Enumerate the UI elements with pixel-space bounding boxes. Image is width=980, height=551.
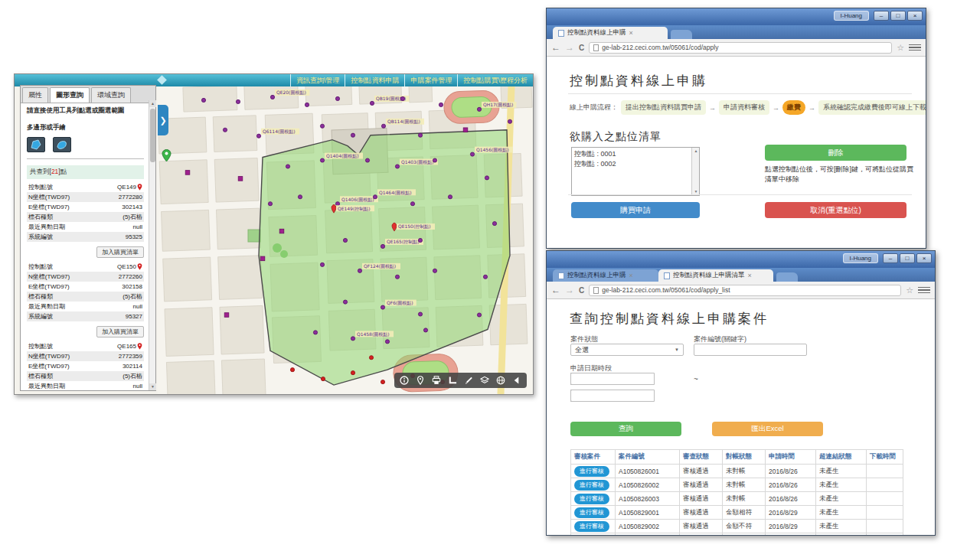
forward-button[interactable]: → [565,285,574,295]
tab-apply[interactable]: 控制點資料線上申購 × [553,269,658,282]
control-point-marker[interactable] [400,96,404,100]
reload-button[interactable]: C [579,44,584,52]
polygon-select-button[interactable] [27,137,45,152]
omnibox[interactable]: ge-lab-212.ceci.com.tw/05061/cod/apply [589,42,892,54]
control-point-marker[interactable] [236,99,240,103]
control-point-marker[interactable] [477,107,481,111]
control-point-marker[interactable] [343,300,347,304]
control-point-marker[interactable] [433,158,436,162]
location-pin-icon[interactable] [162,149,172,165]
close-button[interactable]: × [916,253,932,263]
cancel-reselect-button[interactable]: 取消(重選點位) [765,202,906,218]
control-point-marker[interactable] [492,222,496,226]
control-point-marker[interactable] [201,98,205,102]
new-tab-button[interactable] [671,30,692,39]
control-point-marker[interactable] [343,238,347,242]
scroll-up-icon[interactable]: ▲ [692,148,700,155]
square-point-marker[interactable] [260,256,265,261]
control-point-marker[interactable] [395,165,399,168]
chrome-menu-icon[interactable] [918,285,930,295]
tab-close-icon[interactable]: × [629,272,633,279]
control-point-marker[interactable] [433,269,436,272]
control-point-marker[interactable] [373,195,377,199]
tab-close-icon[interactable]: × [748,272,752,279]
control-point-marker[interactable] [223,128,227,132]
control-point-marker[interactable] [410,202,414,206]
add-to-purchase-list-button[interactable]: 加入購買清單 [96,326,144,337]
search-button[interactable]: 查詢 [570,422,681,436]
globe-icon[interactable] [496,376,505,385]
control-point-marker[interactable] [439,103,443,106]
review-case-button[interactable]: 進行審核 [574,494,609,504]
review-case-button[interactable]: 進行審核 [574,507,609,518]
sidebar-scrollbar[interactable]: ▲ ▼ [149,100,155,390]
chrome-profile-badge[interactable]: I-Huang [834,11,869,21]
tab-apply[interactable]: 控制點資料線上申購 × [553,27,668,39]
apply-titlebar[interactable]: I-Huang – □ × [547,8,926,25]
control-point-marker[interactable] [477,313,481,317]
control-point-marker[interactable] [351,133,354,137]
new-tab-button[interactable] [776,272,798,282]
maximize-button[interactable]: □ [890,11,906,21]
control-point-marker[interactable] [365,158,369,162]
keyword-input[interactable] [694,344,807,356]
control-point-marker[interactable] [381,244,384,248]
scroll-down-icon[interactable]: ▼ [149,383,156,390]
control-point-marker[interactable] [313,331,317,334]
square-point-marker[interactable] [279,229,284,233]
red-point-marker[interactable] [321,377,325,381]
control-point-marker[interactable] [370,101,374,105]
date-from-input[interactable] [570,373,655,385]
print-icon[interactable] [432,376,441,385]
measure-icon[interactable] [448,376,457,385]
gis-nav-button-2[interactable]: 申購案件管理 [404,74,457,86]
square-point-marker[interactable] [238,177,243,181]
control-point-marker[interactable] [470,152,474,156]
export-excel-button[interactable]: 匯出Excel [712,422,823,436]
red-point-marker[interactable] [290,368,294,372]
control-point-marker[interactable] [320,262,324,266]
add-to-purchase-list-button[interactable]: 加入購買清單 [96,246,144,258]
control-point-marker[interactable] [418,312,422,316]
chrome-profile-badge[interactable]: I-Huang [843,253,878,263]
map-canvas[interactable]: QE20(圖根點)QB19(圖根點)QH17(圖根點)Q6114(圖根點)QB1… [158,86,533,394]
control-point-marker[interactable] [381,124,385,128]
control-point-marker[interactable] [508,119,511,123]
minimize-button[interactable]: – [874,11,889,21]
tab-apply-list[interactable]: 控制點資料線上申購清單 × [658,269,773,282]
gis-nav-button-1[interactable]: 控制點資料申購 [345,74,404,86]
query-titlebar[interactable]: I-Huang – □ × [547,251,935,268]
control-point-marker[interactable] [423,328,427,332]
date-to-input[interactable] [570,390,655,402]
bookmark-star-icon[interactable]: ☆ [897,43,904,53]
chrome-menu-icon[interactable] [909,43,921,53]
layers-icon[interactable] [480,376,489,385]
gis-nav-button-0[interactable]: 資訊查詢\管理 [290,74,345,86]
listbox-scrollbar[interactable]: ▲ ▼ [691,148,699,195]
control-point-marker[interactable] [320,124,324,128]
collapse-toolbar-icon[interactable] [512,376,521,385]
bookmark-star-icon[interactable]: ☆ [906,285,913,295]
control-point-marker[interactable] [298,195,302,199]
control-point-marker[interactable] [483,275,487,279]
control-point-marker[interactable] [418,238,422,242]
sidebar-collapse-chevron-icon[interactable]: ❯ [158,105,168,135]
control-point-marker[interactable] [270,95,274,99]
control-point-marker[interactable] [286,165,289,168]
maximize-button[interactable]: □ [900,253,915,263]
control-point-marker[interactable] [305,103,309,106]
delete-button[interactable]: 刪除 [765,145,906,161]
omnibox[interactable]: ge-lab-212.ceci.com.tw/05061/cod/apply_l… [589,285,901,296]
control-point-marker[interactable] [485,176,488,180]
control-point-marker[interactable] [385,340,389,344]
marker-pin-icon[interactable] [416,376,425,385]
review-case-button[interactable]: 進行審核 [574,466,609,477]
freehand-select-button[interactable] [53,137,71,152]
control-point-marker[interactable] [335,96,339,100]
scroll-up-icon[interactable]: ▲ [149,100,156,107]
draw-icon[interactable] [464,376,473,385]
scroll-thumb[interactable] [150,109,155,162]
control-point-marker[interactable] [358,269,361,272]
back-button[interactable]: ← [551,43,560,52]
forward-button[interactable]: → [565,43,574,52]
